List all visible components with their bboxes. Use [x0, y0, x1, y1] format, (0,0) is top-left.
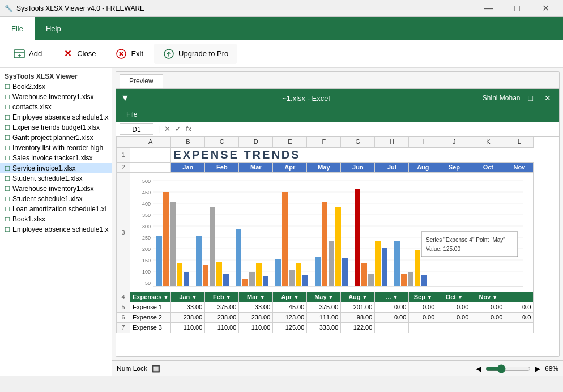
excel-menu-file[interactable]: File [121, 109, 143, 120]
sidebar-item-8[interactable]: ☐Service invoice1.xlsx [0, 163, 112, 173]
cell-B6[interactable]: 238.00 [171, 312, 205, 322]
cell-H6[interactable]: 0.00 [375, 312, 409, 322]
cell-K7[interactable] [471, 322, 505, 333]
cell-B4[interactable]: Jan ▼ [171, 292, 205, 302]
excel-close-button[interactable]: ✕ [541, 92, 555, 104]
cell-I7[interactable] [409, 322, 437, 333]
menu-help[interactable]: Help [35, 17, 72, 40]
col-A[interactable]: A [130, 137, 171, 147]
cell-H7[interactable] [375, 322, 409, 333]
sidebar-item-11[interactable]: ☐Student schedule1.xlsx [0, 194, 112, 204]
sheet-grid[interactable]: A B C D E F G H I J [116, 137, 559, 356]
cell-H5[interactable]: 0.00 [375, 302, 409, 312]
sidebar-item-9[interactable]: ☐Student schedule1.xlsx [0, 173, 112, 184]
menu-file[interactable]: File [0, 17, 35, 40]
col-L[interactable]: L [505, 137, 534, 147]
cell-E2[interactable]: Apr [273, 162, 307, 172]
cell-A1[interactable] [130, 147, 171, 163]
col-I[interactable]: I [409, 137, 437, 147]
cell-G4[interactable]: Aug ▼ [341, 292, 375, 302]
cell-L5[interactable]: 0.0 [505, 302, 534, 312]
cell-G2[interactable]: Jun [341, 162, 375, 172]
cell-K4[interactable]: Nov ▼ [471, 292, 505, 302]
cell-A5[interactable]: Expense 1 [130, 302, 171, 312]
upgrade-button[interactable]: Upgrade to Pro [154, 44, 237, 64]
cell-A6[interactable]: Expense 2 [130, 312, 171, 322]
cell-I6[interactable]: 0.00 [409, 312, 437, 322]
cancel-icon[interactable]: ✕ [164, 125, 170, 133]
cell-E6[interactable]: 123.00 [273, 312, 307, 322]
col-J[interactable]: J [437, 137, 471, 147]
cell-B2[interactable]: Jan [171, 162, 205, 172]
cell-I4[interactable]: Sep ▼ [409, 292, 437, 302]
scroll-left-btn[interactable]: ◀ [476, 365, 481, 373]
col-K[interactable]: K [471, 137, 505, 147]
cell-K5[interactable]: 0.00 [471, 302, 505, 312]
sidebar-item-2[interactable]: ☐contacts.xlsx [0, 102, 112, 112]
sidebar-item-1[interactable]: ☐Warehouse inventory1.xlsx [0, 92, 112, 102]
cell-A7[interactable]: Expense 3 [130, 322, 171, 333]
cell-I2[interactable]: Aug [409, 162, 437, 172]
sidebar-item-14[interactable]: ☐Employee absence schedule1.x [0, 224, 112, 235]
maximize-button[interactable]: □ [504, 0, 530, 17]
cell-B7[interactable]: 110.00 [171, 322, 205, 333]
cell-reference[interactable]: D1 [120, 123, 153, 135]
cell-L2[interactable]: Nov [505, 162, 534, 172]
function-icon[interactable]: fx [186, 125, 191, 133]
cell-D7[interactable]: 110.00 [239, 322, 273, 333]
col-F[interactable]: F [307, 137, 341, 147]
cell-F7[interactable]: 333.00 [307, 322, 341, 333]
cell-A4[interactable]: Expenses ▼ [130, 292, 171, 302]
sidebar-item-13[interactable]: ☐Book1.xlsx [0, 214, 112, 224]
col-E[interactable]: E [273, 137, 307, 147]
col-B[interactable]: B [171, 137, 205, 147]
close-button[interactable]: ✕ [532, 0, 558, 17]
cell-K2[interactable]: Oct [471, 162, 505, 172]
cell-L7[interactable] [505, 322, 534, 333]
excel-restore-button[interactable]: □ [525, 92, 536, 104]
scroll-right-btn[interactable]: ▶ [535, 365, 540, 373]
cell-C6[interactable]: 238.00 [205, 312, 239, 322]
cell-L4[interactable] [505, 292, 534, 302]
cell-J2[interactable]: Sep [437, 162, 471, 172]
sidebar-item-10[interactable]: ☐Warehouse inventory1.xlsx [0, 184, 112, 194]
cell-B5[interactable]: 33.00 [171, 302, 205, 312]
cell-D6[interactable]: 238.00 [239, 312, 273, 322]
cell-G6[interactable]: 98.00 [341, 312, 375, 322]
col-C[interactable]: C [205, 137, 239, 147]
exit-button[interactable]: Exit [106, 44, 152, 64]
cell-D4[interactable]: Mar ▼ [239, 292, 273, 302]
cell-J6[interactable]: 0.00 [437, 312, 471, 322]
cell-E7[interactable]: 125.00 [273, 322, 307, 333]
sidebar-item-7[interactable]: ☐Sales invoice tracker1.xlsx [0, 153, 112, 163]
cell-J7[interactable] [437, 322, 471, 333]
sidebar-item-4[interactable]: ☐Expense trends budget1.xlsx [0, 122, 112, 133]
cell-L6[interactable]: 0.0 [505, 312, 534, 322]
cell-H2[interactable]: Jul [375, 162, 409, 172]
col-G[interactable]: G [341, 137, 375, 147]
cell-C7[interactable]: 110.00 [205, 322, 239, 333]
cell-D2[interactable]: Mar [239, 162, 273, 172]
cell-C2[interactable]: Feb [205, 162, 239, 172]
cell-E5[interactable]: 45.00 [273, 302, 307, 312]
close-file-button[interactable]: ✕ Close [53, 44, 104, 64]
sidebar-item-12[interactable]: ☐Loan amortization schedule1.xl [0, 204, 112, 214]
cell-K6[interactable]: 0.00 [471, 312, 505, 322]
cell-E4[interactable]: Apr ▼ [273, 292, 307, 302]
cell-L1[interactable] [471, 147, 505, 163]
col-D[interactable]: D [239, 137, 273, 147]
col-H[interactable]: H [375, 137, 409, 147]
cell-F2[interactable]: May [307, 162, 341, 172]
cell-K1[interactable] [437, 147, 471, 163]
cell-B1[interactable]: EXPENSE TRENDS [171, 147, 437, 163]
sidebar-item-0[interactable]: ☐Book2.xlsx [0, 82, 112, 92]
sidebar-item-3[interactable]: ☐Employee absence schedule1.x [0, 112, 112, 122]
cell-F4[interactable]: May ▼ [307, 292, 341, 302]
sidebar-item-6[interactable]: ☐Inventory list with reorder high [0, 143, 112, 153]
cell-J4[interactable]: Oct ▼ [437, 292, 471, 302]
cell-A2[interactable] [130, 162, 171, 172]
zoom-slider[interactable] [485, 364, 531, 373]
cell-G7[interactable]: 122.00 [341, 322, 375, 333]
minimize-button[interactable]: — [476, 0, 502, 17]
cell-C4[interactable]: Feb ▼ [205, 292, 239, 302]
